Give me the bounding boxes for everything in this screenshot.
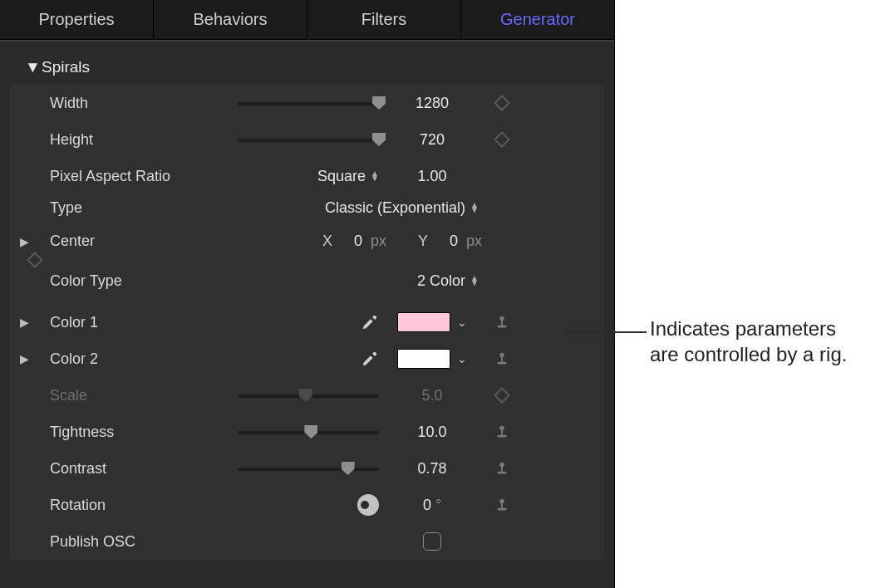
svg-rect-14 — [498, 508, 507, 511]
color-swatch-2[interactable] — [397, 349, 450, 369]
label-contrast: Contrast — [50, 460, 216, 478]
label-scale: Scale — [50, 387, 216, 404]
divider — [0, 40, 614, 42]
callout-text: Indicates parameters are controlled by a… — [650, 316, 847, 367]
callout-area: Indicates parameters are controlled by a… — [615, 0, 895, 588]
value-par[interactable]: 1.00 — [382, 168, 482, 185]
label-type: Type — [50, 199, 216, 217]
row-color-2: ▶ Color 2 ⌄ — [10, 341, 604, 377]
label-color-2: Color 2 — [50, 350, 216, 368]
row-scale: Scale 5.0 — [10, 377, 604, 414]
rig-icon[interactable] — [493, 423, 511, 441]
checkbox-publish-osc[interactable] — [423, 532, 441, 551]
group-title: Spirals — [42, 58, 90, 76]
row-par: Pixel Aspect Ratio Square ▲▼ 1.00 — [10, 158, 604, 194]
label-color-type: Color Type — [50, 272, 216, 290]
disclosure-right-icon[interactable]: ▶ — [20, 235, 50, 248]
row-type: Type Classic (Exponential) ▲▼ — [10, 194, 604, 231]
row-color-type: Color Type 2 Color ▲▼ — [10, 267, 604, 304]
value-center-y[interactable]: 0 — [436, 233, 458, 250]
disclosure-down-icon: ▼ — [25, 58, 35, 76]
label-width: Width — [50, 95, 216, 112]
svg-rect-13 — [501, 502, 503, 507]
row-width: Width 1280 — [10, 85, 604, 121]
svg-rect-1 — [501, 320, 503, 325]
value-contrast[interactable]: 0.78 — [382, 460, 482, 478]
tab-bar: Properties Behaviors Filters Generator — [0, 0, 614, 40]
svg-rect-4 — [501, 356, 503, 361]
row-publish-osc: Publish OSC — [10, 523, 604, 560]
row-height: Height 720 — [10, 121, 604, 158]
select-color-type[interactable]: 2 Color ▲▼ — [417, 272, 479, 290]
updown-icon: ▲▼ — [470, 276, 479, 286]
tab-generator[interactable]: Generator — [461, 0, 614, 39]
label-color-1: Color 1 — [50, 314, 216, 331]
parameter-rows: Width 1280 Height 720 Pixel Aspect Ratio… — [10, 85, 604, 560]
value-center-x[interactable]: 0 — [341, 233, 362, 250]
label-y: Y — [418, 233, 428, 250]
chevron-down-icon[interactable]: ⌄ — [457, 352, 467, 365]
label-rotation: Rotation — [50, 497, 216, 514]
keyframe-icon[interactable] — [494, 95, 510, 111]
svg-rect-2 — [498, 326, 507, 328]
value-width[interactable]: 1280 — [382, 95, 482, 112]
select-par[interactable]: Square ▲▼ — [317, 168, 379, 185]
disclosure-right-icon[interactable]: ▶ — [20, 316, 50, 329]
eyedropper-icon[interactable] — [361, 350, 379, 368]
slider-contrast[interactable] — [238, 461, 379, 476]
rig-icon[interactable] — [493, 350, 511, 368]
rig-icon[interactable] — [493, 313, 511, 331]
label-height: Height — [50, 131, 216, 149]
color-swatch-1[interactable] — [397, 312, 450, 332]
row-contrast: Contrast 0.78 — [10, 450, 604, 487]
tab-behaviors[interactable]: Behaviors — [154, 0, 307, 39]
tab-properties[interactable]: Properties — [0, 0, 154, 39]
label-publish-osc: Publish OSC — [50, 533, 216, 551]
svg-rect-10 — [501, 466, 503, 471]
keyframe-icon[interactable] — [27, 252, 43, 268]
label-par: Pixel Aspect Ratio — [50, 168, 216, 185]
label-center: Center — [50, 233, 216, 250]
inspector-panel: Properties Behaviors Filters Generator ▼… — [0, 0, 615, 588]
svg-rect-7 — [501, 429, 503, 434]
row-tightness: Tightness 10.0 — [10, 414, 604, 450]
eyedropper-icon[interactable] — [361, 313, 379, 331]
callout-leader-line — [563, 331, 647, 333]
disclosure-right-icon[interactable]: ▶ — [20, 352, 50, 365]
svg-rect-5 — [498, 362, 507, 365]
row-rotation: Rotation 0 ° — [10, 487, 604, 523]
value-rotation[interactable]: 0 ° — [382, 497, 482, 514]
value-scale: 5.0 — [382, 387, 482, 404]
row-center: ▶ Center X 0 px Y 0 px — [10, 231, 604, 267]
svg-rect-11 — [498, 472, 507, 474]
inspector-body: ▼ Spirals Width 1280 Height 720 Pixel As… — [0, 47, 614, 576]
rig-icon[interactable] — [493, 459, 511, 478]
select-type[interactable]: Classic (Exponential) ▲▼ — [325, 199, 479, 217]
group-spirals-header[interactable]: ▼ Spirals — [10, 50, 604, 85]
slider-tightness[interactable] — [238, 424, 379, 439]
updown-icon: ▲▼ — [371, 171, 379, 181]
svg-rect-8 — [498, 435, 507, 438]
chevron-down-icon[interactable]: ⌄ — [457, 316, 467, 329]
slider-scale — [238, 388, 379, 403]
slider-width[interactable] — [238, 96, 379, 110]
slider-height[interactable] — [238, 132, 379, 147]
row-color-1: ▶ Color 1 ⌄ — [10, 304, 604, 341]
value-height[interactable]: 720 — [382, 131, 482, 149]
keyframe-icon[interactable] — [494, 131, 510, 148]
updown-icon: ▲▼ — [470, 203, 479, 213]
label-x: X — [322, 233, 332, 250]
rotation-dial[interactable] — [357, 494, 379, 516]
tab-filters[interactable]: Filters — [307, 0, 461, 39]
rig-icon[interactable] — [493, 496, 511, 514]
label-tightness: Tightness — [50, 424, 216, 441]
keyframe-icon[interactable] — [494, 387, 510, 404]
value-tightness[interactable]: 10.0 — [382, 424, 482, 441]
